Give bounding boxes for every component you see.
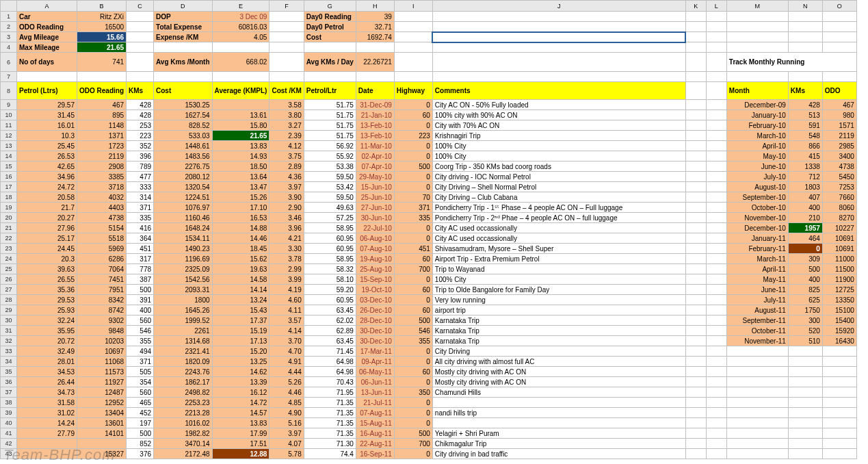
- cell: [685, 377, 706, 387]
- row-6[interactable]: 6: [1, 53, 17, 72]
- row-36[interactable]: 36: [1, 377, 17, 387]
- row-19[interactable]: 19: [1, 203, 17, 213]
- cell: [212, 42, 269, 53]
- col-K[interactable]: K: [685, 1, 706, 12]
- row-8[interactable]: 8: [1, 82, 17, 100]
- cell: [269, 32, 304, 42]
- col-J[interactable]: J: [432, 1, 685, 12]
- row-18[interactable]: 18: [1, 192, 17, 203]
- modo: 4738: [822, 162, 856, 172]
- km: 396: [127, 151, 154, 162]
- petrol: 28.01: [17, 357, 77, 367]
- row-26[interactable]: 26: [1, 274, 17, 285]
- month: April-11: [726, 264, 788, 274]
- cell: [788, 428, 822, 439]
- petrol: 25.93: [17, 305, 77, 315]
- row-38[interactable]: 38: [1, 398, 17, 408]
- spreadsheet[interactable]: ABCDEFGHIJKLMNO1CarRitz ZXiDOP3 Dec 09Da…: [0, 0, 868, 464]
- month: June-10: [726, 162, 788, 172]
- selected-cell[interactable]: [432, 32, 685, 42]
- km: 500: [127, 285, 154, 295]
- col-N[interactable]: N: [788, 1, 822, 12]
- row-12[interactable]: 12: [1, 131, 17, 141]
- col-O[interactable]: O: [822, 1, 856, 12]
- col-L[interactable]: L: [706, 1, 726, 12]
- row-30[interactable]: 30: [1, 315, 17, 326]
- row-29[interactable]: 29: [1, 305, 17, 315]
- km: 494: [127, 346, 154, 357]
- row-11[interactable]: 11: [1, 120, 17, 131]
- cell: [822, 418, 856, 428]
- avg: 17.37: [212, 315, 269, 326]
- col-C[interactable]: C: [127, 1, 154, 12]
- row-25[interactable]: 25: [1, 264, 17, 274]
- row-16[interactable]: 16: [1, 172, 17, 182]
- row-21[interactable]: 21: [1, 223, 17, 233]
- col-I[interactable]: I: [394, 1, 432, 12]
- row-22[interactable]: 22: [1, 233, 17, 244]
- row-7[interactable]: 7: [1, 72, 17, 82]
- row-35[interactable]: 35: [1, 367, 17, 377]
- hw: 60: [394, 305, 432, 315]
- ppl: 58.95: [304, 254, 356, 264]
- row-15[interactable]: 15: [1, 162, 17, 172]
- row-14[interactable]: 14: [1, 151, 17, 162]
- row-10[interactable]: 10: [1, 110, 17, 120]
- cell: [394, 32, 432, 42]
- row-27[interactable]: 27: [1, 285, 17, 295]
- ckm: 4.36: [269, 172, 304, 182]
- header: Average (KMPL): [212, 82, 269, 100]
- row-1[interactable]: 1: [1, 12, 17, 22]
- row-37[interactable]: 37: [1, 387, 17, 398]
- cell: [685, 72, 706, 82]
- row-28[interactable]: 28: [1, 295, 17, 305]
- cell: [154, 72, 213, 82]
- ppl: 58.10: [304, 274, 356, 285]
- col-A[interactable]: A: [17, 1, 77, 12]
- row-17[interactable]: 17: [1, 182, 17, 192]
- row-2[interactable]: 2: [1, 22, 17, 32]
- km: 428: [127, 100, 154, 110]
- petrol: 20.72: [17, 336, 77, 346]
- month: March-11: [726, 254, 788, 264]
- hw: 355: [394, 336, 432, 346]
- cell: Car: [17, 12, 77, 22]
- col-M[interactable]: M: [726, 1, 788, 12]
- comment: Airport Trip - Extra Premium Petrol: [432, 254, 685, 264]
- odo: 11927: [77, 377, 127, 387]
- row-3[interactable]: 3: [1, 32, 17, 42]
- grid[interactable]: ABCDEFGHIJKLMNO1CarRitz ZXiDOP3 Dec 09Da…: [0, 0, 857, 459]
- comment: 100% City: [432, 141, 685, 151]
- row-32[interactable]: 32: [1, 336, 17, 346]
- row-33[interactable]: 33: [1, 346, 17, 357]
- row-34[interactable]: 34: [1, 357, 17, 367]
- cell: [685, 367, 706, 377]
- row-40[interactable]: 40: [1, 418, 17, 428]
- mkm: 825: [788, 285, 822, 295]
- cell: [822, 346, 856, 357]
- corner-cell[interactable]: [1, 1, 17, 12]
- cell: [17, 72, 77, 82]
- odo: 10697: [77, 346, 127, 357]
- row-23[interactable]: 23: [1, 244, 17, 254]
- row-9[interactable]: 9: [1, 100, 17, 110]
- cell: [77, 72, 127, 82]
- cost: 828.52: [154, 120, 213, 131]
- row-39[interactable]: 39: [1, 408, 17, 418]
- col-H[interactable]: H: [356, 1, 394, 12]
- odo: 2908: [77, 162, 127, 172]
- row-31[interactable]: 31: [1, 326, 17, 336]
- avg: 14.62: [212, 367, 269, 377]
- row-24[interactable]: 24: [1, 254, 17, 264]
- row-4[interactable]: 4: [1, 42, 17, 53]
- km: 560: [127, 387, 154, 398]
- row-41[interactable]: 41: [1, 428, 17, 439]
- cell: [788, 346, 822, 357]
- col-G[interactable]: G: [304, 1, 356, 12]
- col-F[interactable]: F: [269, 1, 304, 12]
- row-20[interactable]: 20: [1, 213, 17, 223]
- col-B[interactable]: B: [77, 1, 127, 12]
- row-13[interactable]: 13: [1, 141, 17, 151]
- col-D[interactable]: D: [154, 1, 213, 12]
- col-E[interactable]: E: [212, 1, 269, 12]
